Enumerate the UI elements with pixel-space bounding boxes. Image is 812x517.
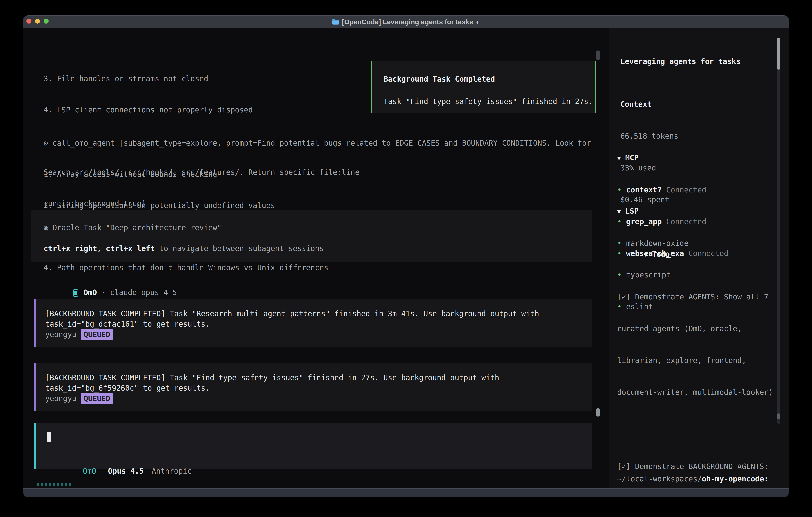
folder-icon bbox=[332, 19, 339, 25]
zoom-button[interactable] bbox=[44, 19, 49, 24]
session-title: Leveraging agents for tasks bbox=[620, 56, 741, 67]
traffic-lights bbox=[26, 19, 49, 24]
tool-call-line: 1. Array access without bounds checking bbox=[44, 169, 591, 180]
status-badge: QUEUED bbox=[81, 329, 113, 340]
app-window: [OpenCode] Leveraging agents for tasks ◐… bbox=[23, 16, 789, 497]
background-task-card: [BACKGROUND TASK COMPLETED] Task "Find t… bbox=[34, 363, 592, 411]
titlebar: [OpenCode] Leveraging agents for tasks ◐ bbox=[23, 16, 789, 28]
input-provider-name: Anthropic bbox=[152, 467, 192, 475]
spinner bbox=[37, 483, 71, 487]
prompt-input[interactable]: OmOOpus 4.5Anthropic bbox=[34, 423, 592, 469]
context-heading: Context bbox=[620, 99, 678, 110]
main-scrollbar-thumb-top[interactable] bbox=[596, 50, 600, 60]
window-title-text: [OpenCode] Leveraging agents for tasks bbox=[342, 18, 473, 26]
oracle-task-title: ◉ Oracle Task "Deep architecture review" bbox=[44, 222, 222, 233]
minimize-button[interactable] bbox=[35, 19, 40, 24]
spinner-dots bbox=[37, 483, 71, 486]
background-task-card: [BACKGROUND TASK COMPLETED] Task "Resear… bbox=[34, 299, 592, 347]
window-bottom-edge bbox=[23, 488, 789, 497]
background-task-notification: Background Task Completed Task "Find typ… bbox=[371, 61, 596, 113]
agent-badge-icon bbox=[73, 290, 78, 297]
session-sidebar[interactable]: Leveraging agents for tasks Context 66,5… bbox=[609, 28, 789, 488]
task-user: yeongyu bbox=[45, 330, 76, 339]
hint-keys: ctrl+x right, ctrl+x left bbox=[44, 244, 155, 253]
notification-title: Background Task Completed bbox=[384, 74, 495, 84]
task-message-line: [BACKGROUND TASK COMPLETED] Task "Find t… bbox=[45, 373, 592, 383]
input-agent-name: OmO bbox=[83, 467, 96, 475]
record-icon: ◉ bbox=[44, 223, 48, 232]
main-scrollbar-thumb[interactable] bbox=[596, 408, 600, 417]
chevron-down-icon: ▼ bbox=[617, 208, 621, 215]
workspace-repo: oh-my-opencode: bbox=[702, 474, 768, 483]
separator-dot: · bbox=[101, 288, 106, 297]
half-circle-icon: ◐ bbox=[476, 18, 480, 26]
lsp-section-header[interactable]: ▼ LSP bbox=[617, 206, 688, 217]
tool-call-line: ⚙ call_omo_agent [subagent_type=explore,… bbox=[44, 138, 591, 148]
gear-icon: ⚙ bbox=[44, 139, 48, 147]
chat-line: 4. LSP client connections not properly d… bbox=[44, 105, 360, 115]
oracle-task-card: ◉ Oracle Task "Deep architecture review"… bbox=[31, 210, 592, 262]
chevron-down-icon: ▼ bbox=[617, 155, 621, 162]
text-cursor bbox=[47, 432, 51, 442]
sidebar-scrollbar-track[interactable] bbox=[777, 37, 780, 424]
chat-scroll-area[interactable]: 3. File handles or streams not closed 4.… bbox=[23, 28, 609, 488]
window-title: [OpenCode] Leveraging agents for tasks ◐ bbox=[332, 18, 480, 26]
close-button[interactable] bbox=[26, 19, 31, 24]
tool-call-line: 4. Path operations that don't handle Win… bbox=[44, 263, 591, 273]
subagent-nav-hint: ctrl+x right, ctrl+x left to navigate be… bbox=[44, 243, 324, 254]
chat-line: 3. File handles or streams not closed bbox=[44, 74, 360, 84]
todo-item-done: [✓] Demonstrate AGENTS: Show all 7 curat… bbox=[617, 271, 782, 419]
status-badge: QUEUED bbox=[81, 393, 113, 404]
input-model-name: Opus 4.5 bbox=[108, 467, 144, 475]
sidebar-scrollbar-thumb-lower[interactable] bbox=[777, 413, 780, 419]
task-message-line: task_id="bg_6f59260c" to get results. bbox=[45, 383, 592, 393]
task-user: yeongyu bbox=[45, 394, 76, 403]
tool-call-line: 2. String operations on potentially unde… bbox=[44, 200, 591, 211]
agent-model: claude-opus-4-5 bbox=[110, 288, 177, 297]
workspace-prefix: ~/local-workspaces/ bbox=[617, 474, 702, 483]
sidebar-scrollbar-thumb[interactable] bbox=[777, 37, 780, 70]
mcp-section-header[interactable]: ▼ MCP bbox=[617, 152, 728, 163]
task-message-line: task_id="bg_dcfac161" to get results. bbox=[45, 319, 592, 329]
notification-body: Task "Find type safety issues" finished … bbox=[384, 97, 593, 107]
task-message-line: [BACKGROUND TASK COMPLETED] Task "Resear… bbox=[45, 309, 592, 319]
agent-name: OmO bbox=[84, 288, 97, 297]
